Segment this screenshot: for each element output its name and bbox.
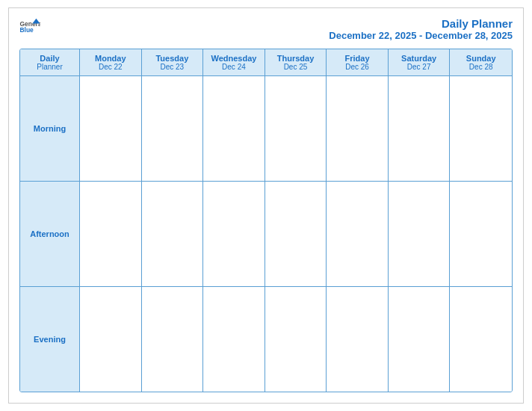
period-label-afternoon: Afternoon [20,182,80,286]
cell-evening-saturday[interactable] [389,287,451,392]
cell-morning-thursday[interactable] [265,76,327,181]
calendar-header-label-col: Daily Planner [20,49,80,75]
cell-afternoon-saturday[interactable] [389,182,451,286]
cell-morning-friday[interactable] [327,76,389,181]
period-label-evening: Evening [20,287,80,392]
logo-area: General Blue [19,17,40,34]
calendar-row-evening: Evening [20,287,512,392]
cell-evening-friday[interactable] [327,287,389,392]
day-name-sunday: Sunday [466,54,496,63]
cell-morning-wednesday[interactable] [203,76,265,181]
calendar: Daily Planner Monday Dec 22Tuesday Dec 2… [19,49,513,392]
header-daily: Daily [40,54,59,63]
period-text-afternoon: Afternoon [30,229,69,238]
day-date-saturday: Dec 27 [407,63,431,71]
calendar-header-day-tuesday: Tuesday Dec 23 [142,49,204,75]
cell-afternoon-monday[interactable] [80,182,142,286]
period-text-evening: Evening [34,335,66,344]
calendar-header-day-saturday: Saturday Dec 27 [389,49,451,75]
header: General Blue Daily Planner December 22, … [19,17,513,41]
calendar-row-afternoon: Afternoon [20,182,512,287]
cell-evening-thursday[interactable] [265,287,327,392]
header-right: Daily Planner December 22, 2025 - Decemb… [329,17,513,41]
day-date-sunday: Dec 28 [469,63,493,71]
day-date-thursday: Dec 25 [284,63,308,71]
calendar-header-day-friday: Friday Dec 26 [327,49,389,75]
cell-evening-wednesday[interactable] [203,287,265,392]
day-date-tuesday: Dec 23 [161,63,185,71]
calendar-header-day-wednesday: Wednesday Dec 24 [203,49,265,75]
cell-morning-saturday[interactable] [389,76,451,181]
cell-morning-monday[interactable] [80,76,142,181]
calendar-header-row: Daily Planner Monday Dec 22Tuesday Dec 2… [20,49,512,76]
cell-morning-sunday[interactable] [450,76,512,181]
cell-afternoon-thursday[interactable] [265,182,327,286]
cell-evening-monday[interactable] [80,287,142,392]
calendar-header-day-sunday: Sunday Dec 28 [450,49,512,75]
day-date-friday: Dec 26 [345,63,369,71]
planner-title: Daily Planner [329,17,513,30]
day-name-thursday: Thursday [277,54,315,63]
general-blue-logo-icon: General Blue [19,17,40,34]
page: General Blue Daily Planner December 22, … [8,7,524,404]
day-date-monday: Dec 22 [99,63,123,71]
cell-evening-tuesday[interactable] [142,287,204,392]
cell-afternoon-sunday[interactable] [450,182,512,286]
cell-afternoon-friday[interactable] [327,182,389,286]
day-name-tuesday: Tuesday [155,54,188,63]
day-date-wednesday: Dec 24 [222,63,246,71]
svg-text:Blue: Blue [19,26,34,34]
day-name-monday: Monday [95,54,126,63]
cell-afternoon-tuesday[interactable] [142,182,204,286]
day-name-friday: Friday [345,54,370,63]
header-planner: Planner [37,63,62,71]
day-name-wednesday: Wednesday [211,54,256,63]
date-range: December 22, 2025 - December 28, 2025 [329,30,513,41]
calendar-row-morning: Morning [20,76,512,182]
cell-evening-sunday[interactable] [450,287,512,392]
cell-afternoon-wednesday[interactable] [203,182,265,286]
day-name-saturday: Saturday [401,54,436,63]
calendar-header-day-monday: Monday Dec 22 [80,49,142,75]
calendar-header-day-thursday: Thursday Dec 25 [265,49,327,75]
period-label-morning: Morning [20,76,80,181]
period-text-morning: Morning [34,124,66,133]
calendar-body: MorningAfternoonEvening [20,76,512,392]
cell-morning-tuesday[interactable] [142,76,204,181]
